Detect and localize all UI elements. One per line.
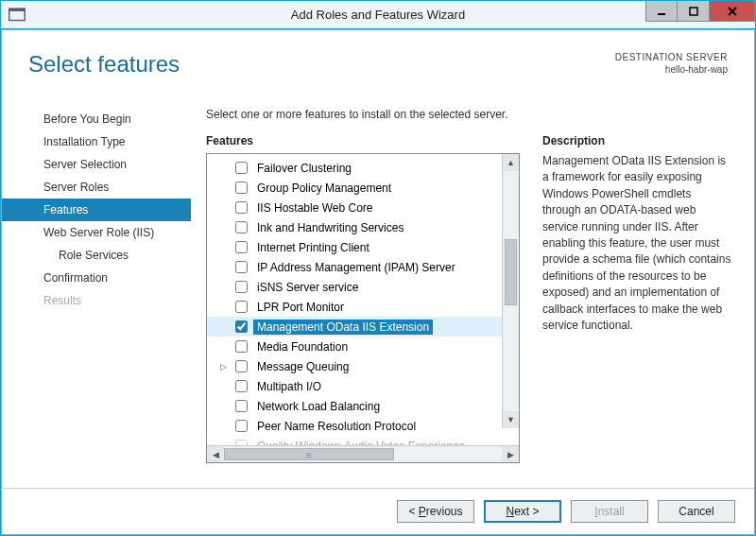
features-listbox[interactable]: Failover ClusteringGroup Policy Manageme… — [206, 153, 520, 463]
app-icon — [7, 5, 27, 26]
feature-row[interactable]: IP Address Management (IPAM) Server — [207, 257, 502, 277]
nav-item-results: Results — [2, 289, 191, 312]
feature-label: Multipath I/O — [253, 379, 325, 394]
feature-row[interactable]: IIS Hostable Web Core — [207, 198, 502, 217]
feature-label: Quality Windows Audio Video Experience — [253, 439, 469, 446]
next-label: ext — [514, 505, 529, 518]
scroll-up-icon[interactable]: ▲ — [503, 154, 519, 171]
window-title: Add Roles and Features Wizard — [1, 8, 755, 22]
previous-button[interactable]: < Previous — [397, 500, 474, 523]
feature-checkbox[interactable] — [235, 340, 248, 353]
header-row: Select features DESTINATION SERVER hello… — [2, 30, 754, 85]
nav-item-installation-type[interactable]: Installation Type — [2, 130, 191, 153]
previous-label: revious — [426, 505, 463, 518]
svg-rect-1 — [9, 9, 26, 11]
feature-row[interactable]: Media Foundation — [207, 337, 502, 356]
feature-row[interactable]: Management OData IIS Extension — [207, 317, 502, 337]
install-button: Install — [571, 500, 648, 523]
feature-checkbox[interactable] — [235, 320, 248, 333]
feature-label: Peer Name Resolution Protocol — [253, 419, 420, 434]
hscroll-thumb[interactable] — [224, 448, 394, 460]
feature-row[interactable]: Multipath I/O — [207, 376, 502, 396]
close-button[interactable] — [710, 1, 755, 22]
destination-server-label: DESTINATION SERVER — [615, 51, 728, 63]
feature-row[interactable]: Quality Windows Audio Video Experience — [207, 436, 502, 445]
nav-item-role-services[interactable]: Role Services — [2, 244, 191, 267]
minimize-button[interactable] — [645, 1, 678, 22]
feature-row[interactable]: Failover Clustering — [207, 158, 502, 178]
destination-server: DESTINATION SERVER hello-habr-wap — [615, 51, 728, 76]
wizard-body: Select features DESTINATION SERVER hello… — [1, 29, 755, 535]
feature-checkbox[interactable] — [235, 360, 248, 372]
description-title: Description — [542, 134, 731, 147]
next-button[interactable]: Next > — [484, 500, 561, 523]
feature-row[interactable]: Internet Printing Client — [207, 237, 502, 257]
cancel-button[interactable]: Cancel — [658, 500, 735, 523]
feature-checkbox[interactable] — [235, 420, 248, 432]
feature-checkbox[interactable] — [235, 201, 248, 214]
feature-checkbox[interactable] — [235, 440, 248, 445]
expand-icon[interactable]: ▷ — [220, 362, 230, 372]
instruction-text: Select one or more features to install o… — [206, 108, 731, 121]
feature-label: Media Foundation — [253, 339, 352, 354]
destination-server-value: hello-habr-wap — [615, 63, 728, 76]
feature-row[interactable]: Group Policy Management — [207, 178, 502, 198]
features-column: Features Failover ClusteringGroup Policy… — [206, 134, 520, 488]
features-title: Features — [206, 134, 520, 147]
nav-item-before-you-begin[interactable]: Before You Begin — [2, 108, 191, 130]
feature-label: Ink and Handwriting Services — [253, 220, 407, 235]
scroll-right-icon[interactable]: ▶ — [502, 446, 519, 462]
maximize-button[interactable] — [678, 1, 710, 22]
feature-label: IIS Hostable Web Core — [253, 200, 377, 216]
svg-rect-3 — [690, 8, 697, 15]
feature-checkbox[interactable] — [235, 241, 248, 253]
nav-item-server-selection[interactable]: Server Selection — [2, 153, 191, 176]
feature-checkbox[interactable] — [235, 221, 248, 233]
horizontal-scrollbar[interactable]: ◀ ▶ — [207, 445, 519, 462]
feature-row[interactable]: ▷Message Queuing — [207, 356, 502, 376]
feature-label: Management OData IIS Extension — [253, 320, 433, 335]
nav-item-confirmation[interactable]: Confirmation — [2, 267, 191, 289]
footer: < Previous Next > Install Cancel — [2, 488, 754, 534]
feature-checkbox[interactable] — [235, 301, 248, 313]
feature-row[interactable]: Peer Name Resolution Protocol — [207, 416, 502, 436]
feature-checkbox[interactable] — [235, 182, 248, 194]
feature-label: Group Policy Management — [253, 181, 395, 196]
feature-row[interactable]: iSNS Server service — [207, 277, 502, 297]
feature-label: Failover Clustering — [253, 161, 355, 176]
scroll-thumb[interactable] — [505, 239, 517, 305]
feature-label: Network Load Balancing — [253, 399, 384, 414]
feature-checkbox[interactable] — [235, 261, 248, 273]
feature-checkbox[interactable] — [235, 400, 248, 412]
scroll-left-icon[interactable]: ◀ — [207, 446, 224, 462]
feature-label: LPR Port Monitor — [253, 300, 348, 315]
nav-item-features[interactable]: Features — [2, 199, 191, 221]
right-area: Select one or more features to install o… — [191, 85, 754, 488]
feature-checkbox[interactable] — [235, 162, 248, 174]
window-controls — [645, 1, 755, 28]
titlebar: Add Roles and Features Wizard — [1, 1, 755, 29]
feature-label: Message Queuing — [253, 359, 352, 374]
vertical-scrollbar[interactable]: ▲ ▼ — [502, 154, 519, 428]
page-heading: Select features — [28, 51, 180, 78]
nav-item-server-roles[interactable]: Server Roles — [2, 176, 191, 199]
description-column: Description Management OData IIS Extensi… — [542, 134, 731, 488]
install-label: nstall — [598, 505, 625, 518]
main: Before You BeginInstallation TypeServer … — [2, 85, 754, 488]
feature-row[interactable]: LPR Port Monitor — [207, 297, 502, 317]
feature-label: iSNS Server service — [253, 280, 362, 295]
feature-label: IP Address Management (IPAM) Server — [253, 260, 459, 275]
feature-checkbox[interactable] — [235, 380, 248, 392]
wizard-nav: Before You BeginInstallation TypeServer … — [2, 85, 191, 488]
nav-item-web-server-role-iis-[interactable]: Web Server Role (IIS) — [2, 221, 191, 244]
description-text: Management OData IIS Extension is a fram… — [542, 153, 731, 334]
feature-row[interactable]: Network Load Balancing — [207, 396, 502, 416]
columns: Features Failover ClusteringGroup Policy… — [206, 134, 731, 488]
feature-label: Internet Printing Client — [253, 240, 373, 255]
feature-row[interactable]: Ink and Handwriting Services — [207, 217, 502, 237]
feature-checkbox[interactable] — [235, 281, 248, 293]
scroll-down-icon[interactable]: ▼ — [503, 411, 519, 428]
